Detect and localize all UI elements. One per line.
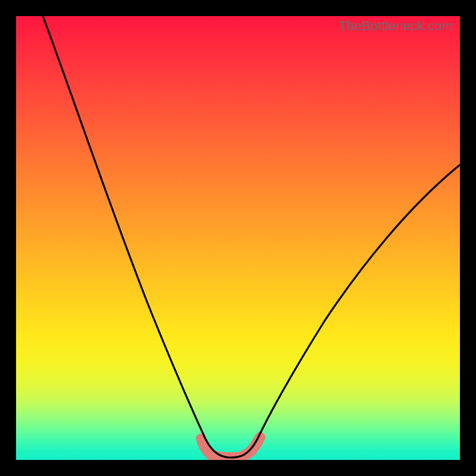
curve-svg: [16, 16, 460, 460]
plot-area: TheBottleneck.com: [16, 16, 460, 460]
chart-frame: TheBottleneck.com: [0, 0, 476, 476]
bottleneck-curve-path: [43, 16, 460, 458]
